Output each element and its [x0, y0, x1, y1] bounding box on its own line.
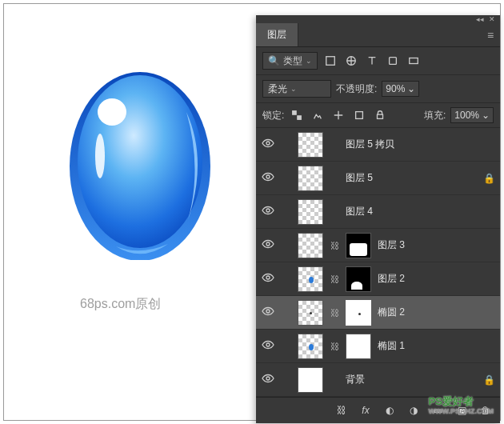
layer-link-icon[interactable]: ⛓ — [330, 241, 339, 250]
lock-position-icon[interactable] — [330, 107, 346, 123]
svg-point-13 — [266, 175, 270, 178]
mask-icon[interactable]: ◐ — [382, 402, 398, 418]
opacity-input[interactable]: 90% ⌄ — [382, 81, 419, 97]
svg-point-12 — [266, 142, 270, 145]
blend-row: 柔光 ⌄ 不透明度: 90% ⌄ — [256, 75, 500, 103]
lock-artboard-icon[interactable] — [351, 107, 367, 123]
layers-list: 图层 5 拷贝图层 5🔒图层 4⛓图层 3⛓图层 2⛓椭圆 2⛓椭圆 1背景🔒 — [256, 128, 500, 397]
layer-mask-thumb — [346, 233, 371, 258]
visibility-toggle[interactable] — [261, 374, 275, 386]
filter-row: 🔍 类型 ⌄ — [256, 47, 500, 75]
watermark-text: 68ps.com原创 — [80, 296, 161, 313]
layer-name: 背景 — [346, 373, 476, 386]
svg-rect-4 — [326, 57, 335, 66]
layer-row[interactable]: 图层 5🔒 — [256, 162, 500, 195]
watermark-sub: WWW.PSAHZ.COM — [429, 407, 494, 415]
lock-image-icon[interactable] — [310, 107, 326, 123]
svg-point-18 — [266, 343, 270, 346]
visibility-toggle[interactable] — [261, 206, 275, 218]
svg-point-17 — [266, 310, 270, 313]
visibility-toggle[interactable] — [261, 273, 275, 285]
site-watermark: PS爱好者 WWW.PSAHZ.COM — [429, 394, 494, 415]
fx-icon[interactable]: fx — [358, 402, 374, 418]
adjustment-icon[interactable]: ◑ — [406, 402, 422, 418]
layer-link-icon[interactable]: ⛓ — [330, 308, 339, 318]
panel-tabs: 图层 ≡ — [256, 23, 500, 47]
panel-close-icon[interactable]: ✕ — [489, 15, 495, 23]
layer-thumb — [298, 166, 323, 191]
lock-label: 锁定: — [262, 109, 284, 122]
svg-point-14 — [266, 209, 270, 212]
svg-point-19 — [266, 377, 270, 380]
visibility-toggle[interactable] — [261, 172, 275, 184]
fill-input[interactable]: 100% ⌄ — [450, 107, 494, 123]
lock-transparent-icon[interactable] — [289, 107, 305, 123]
lock-icons — [289, 107, 388, 123]
svg-rect-6 — [390, 58, 397, 65]
blend-mode-value: 柔光 — [268, 82, 287, 96]
svg-rect-8 — [293, 111, 296, 114]
chevron-down-icon: ⌄ — [306, 57, 312, 65]
filter-type-icon[interactable] — [364, 53, 380, 69]
visibility-toggle[interactable] — [261, 340, 275, 352]
layer-row[interactable]: 图层 5 拷贝 — [256, 128, 500, 162]
visibility-toggle[interactable] — [261, 306, 275, 318]
blend-mode-select[interactable]: 柔光 ⌄ — [262, 80, 331, 98]
layer-row[interactable]: ⛓椭圆 1 — [256, 330, 500, 363]
lock-indicator-icon: 🔒 — [482, 374, 495, 386]
svg-rect-7 — [410, 58, 418, 64]
filter-kind-label: 类型 — [283, 54, 302, 68]
layer-row[interactable]: ⛓椭圆 2 — [256, 296, 500, 330]
tab-layers[interactable]: 图层 — [256, 23, 298, 46]
layer-name: 图层 4 — [346, 205, 476, 218]
layer-name: 图层 3 — [378, 238, 476, 252]
layer-mask-thumb — [346, 266, 371, 292]
svg-point-15 — [266, 242, 270, 246]
lock-row: 锁定: 填充: 100% ⌄ — [256, 103, 500, 128]
fill-label: 填充: — [424, 109, 446, 122]
layer-thumb — [298, 199, 323, 225]
visibility-toggle[interactable] — [261, 239, 275, 251]
layer-thumb — [298, 367, 323, 393]
filter-adjust-icon[interactable] — [343, 53, 359, 69]
chevron-down-icon: ⌄ — [482, 110, 490, 121]
layer-row[interactable]: 背景🔒 — [256, 363, 500, 397]
link-layers-icon[interactable]: ⛓ — [334, 402, 350, 418]
filter-shape-icon[interactable] — [385, 53, 401, 69]
filter-pixel-icon[interactable] — [322, 53, 338, 69]
layers-panel: ◂◂ ✕ 图层 ≡ 🔍 类型 ⌄ 柔光 ⌄ 不透明度: — [256, 15, 500, 423]
panel-menu-icon[interactable]: ≡ — [481, 29, 500, 42]
lock-all-icon[interactable] — [372, 107, 388, 123]
layer-row[interactable]: ⛓图层 2 — [256, 262, 500, 296]
layer-thumb — [298, 233, 323, 258]
blue-gem-artwork — [68, 64, 212, 260]
svg-rect-9 — [298, 116, 301, 119]
layer-mask-thumb — [346, 334, 371, 359]
svg-rect-11 — [378, 114, 383, 118]
panel-collapse-icon[interactable]: ◂◂ — [476, 15, 484, 23]
svg-point-2 — [98, 98, 126, 126]
layer-link-icon[interactable]: ⛓ — [330, 274, 339, 284]
layer-mask-thumb — [346, 300, 371, 326]
filter-smart-icon[interactable] — [406, 53, 422, 69]
watermark-main: PS爱好者 — [429, 395, 474, 407]
layer-thumb — [298, 334, 323, 359]
filter-kind-select[interactable]: 🔍 类型 ⌄ — [262, 52, 318, 70]
visibility-toggle[interactable] — [261, 138, 275, 150]
search-icon: 🔍 — [268, 55, 280, 66]
layer-thumb — [298, 132, 323, 158]
layer-name: 椭圆 2 — [378, 306, 476, 319]
layer-thumb — [298, 300, 323, 326]
opacity-label: 不透明度: — [336, 82, 377, 96]
layer-name: 椭圆 1 — [378, 339, 476, 353]
svg-point-3 — [95, 134, 105, 178]
fill-value: 100% — [454, 110, 479, 121]
layer-name: 图层 5 — [346, 171, 476, 185]
chevron-down-icon: ⌄ — [407, 83, 415, 94]
layer-name: 图层 5 拷贝 — [346, 138, 476, 151]
layer-row[interactable]: 图层 4 — [256, 195, 500, 229]
chevron-down-icon: ⌄ — [290, 85, 297, 93]
layer-link-icon[interactable]: ⛓ — [330, 342, 339, 351]
layer-row[interactable]: ⛓图层 3 — [256, 229, 500, 262]
opacity-value: 90% — [386, 83, 405, 94]
